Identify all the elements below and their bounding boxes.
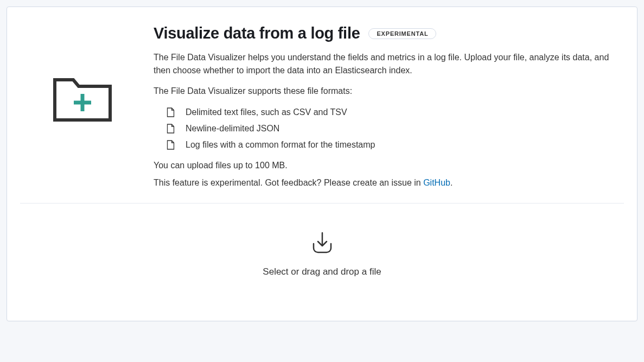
description-text: The File Data Visualizer helps you under… bbox=[154, 51, 624, 77]
import-icon bbox=[309, 232, 335, 256]
intro-row: Visualize data from a log file EXPERIMEN… bbox=[20, 20, 624, 188]
text-column: Visualize data from a log file EXPERIMEN… bbox=[154, 20, 624, 188]
file-data-visualizer-panel: Visualize data from a log file EXPERIMEN… bbox=[7, 7, 637, 321]
icon-column bbox=[20, 20, 145, 188]
format-label: Log files with a common format for the t… bbox=[186, 140, 375, 150]
feedback-suffix: . bbox=[450, 178, 452, 187]
divider bbox=[20, 203, 624, 204]
formats-list: Delimited text files, such as CSV and TS… bbox=[154, 107, 624, 150]
folder-plus-icon bbox=[53, 72, 112, 123]
file-dropzone[interactable]: Select or drag and drop a file bbox=[20, 225, 624, 303]
document-icon bbox=[167, 124, 175, 134]
list-item: Newline-delimited JSON bbox=[167, 124, 624, 134]
experimental-badge: EXPERIMENTAL bbox=[368, 28, 436, 39]
upload-limit-text: You can upload files up to 100 MB. bbox=[154, 161, 624, 170]
page-title: Visualize data from a log file bbox=[154, 24, 360, 42]
feedback-text: This feature is experimental. Got feedba… bbox=[154, 178, 624, 188]
list-item: Log files with a common format for the t… bbox=[167, 140, 624, 150]
github-link[interactable]: GitHub bbox=[423, 178, 450, 187]
format-label: Delimited text files, such as CSV and TS… bbox=[186, 107, 347, 117]
document-icon bbox=[167, 107, 175, 117]
format-label: Newline-delimited JSON bbox=[186, 124, 279, 134]
title-row: Visualize data from a log file EXPERIMEN… bbox=[154, 24, 624, 42]
formats-intro-text: The File Data Visualizer supports these … bbox=[154, 85, 624, 98]
document-icon bbox=[167, 140, 175, 150]
dropzone-label: Select or drag and drop a file bbox=[263, 266, 381, 277]
feedback-prefix: This feature is experimental. Got feedba… bbox=[154, 178, 423, 187]
list-item: Delimited text files, such as CSV and TS… bbox=[167, 107, 624, 117]
